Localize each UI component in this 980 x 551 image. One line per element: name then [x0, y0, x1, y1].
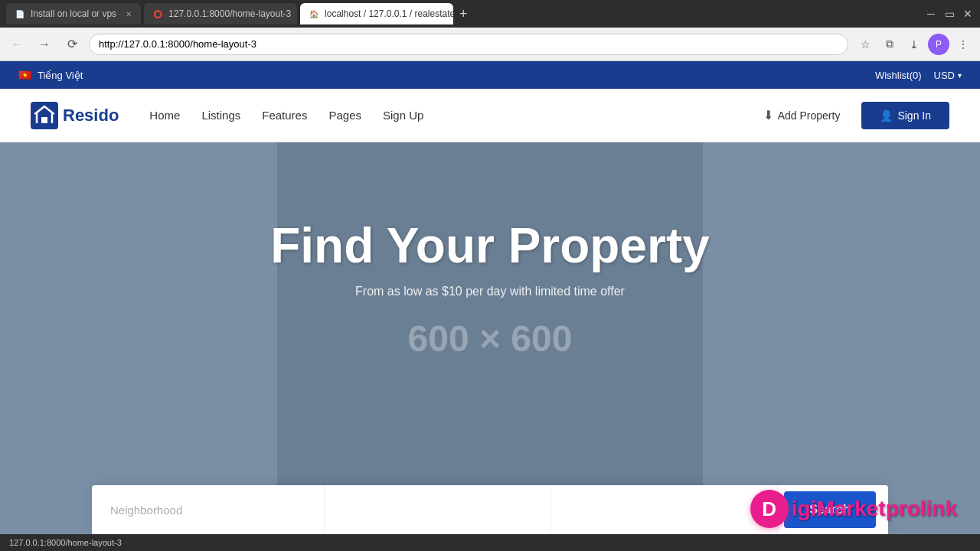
nav-actions: ⬇ Add Property 👤 Sign In — [751, 102, 949, 129]
search-input-3[interactable] — [564, 504, 765, 517]
hero-content: Find Your Property From as low as $10 pe… — [0, 142, 980, 329]
tab-1-favicon: 📄 — [15, 10, 24, 18]
navbar: Resido Home Listings Features Pages Sign… — [0, 89, 980, 142]
title-bar: 📄 Install on local or vps ✕ ⭕ 127.0.0.1:… — [0, 0, 980, 28]
sign-in-label: Sign In — [897, 109, 931, 122]
logo-text: Resido — [63, 106, 119, 126]
page-content: 🇻🇳 Tiếng Việt Wishlist(0) USD ▾ — [0, 61, 980, 534]
bookmark-icon[interactable]: ☆ — [854, 34, 876, 55]
forward-button[interactable]: → — [34, 34, 55, 55]
nav-pages[interactable]: Pages — [328, 109, 361, 122]
tab-3[interactable]: 🏠 localhost / 127.0.0.1 / realestate ✕ — [300, 3, 453, 24]
nav-features[interactable]: Features — [262, 109, 307, 122]
address-bar: ← → ⟳ ☆ ⧉ ⤓ P ⋮ — [0, 28, 980, 61]
currency-chevron-icon: ▾ — [958, 71, 962, 80]
language-right: Wishlist(0) USD ▾ — [875, 70, 962, 81]
menu-icon[interactable]: ⋮ — [952, 34, 974, 55]
reload-button[interactable]: ⟳ — [61, 34, 83, 55]
add-property-label: Add Property — [778, 109, 841, 122]
profile-icon[interactable]: P — [928, 34, 949, 55]
tab-2[interactable]: ⭕ 127.0.0.1:8000/home-layout-3 ✕ — [144, 3, 297, 24]
add-property-button[interactable]: ⬇ Add Property — [751, 102, 853, 129]
add-property-icon: ⬇ — [763, 108, 773, 122]
wishlist-link[interactable]: Wishlist(0) — [875, 70, 922, 81]
language-left: 🇻🇳 Tiếng Việt — [18, 69, 83, 81]
new-tab-button[interactable]: + — [456, 6, 471, 22]
minimize-button[interactable]: ─ — [925, 8, 937, 20]
status-bar: 127.0.0.1:8000/home-layout-3 — [0, 534, 980, 551]
watermark: D igiMarketprolink — [750, 490, 957, 528]
nav-home[interactable]: Home — [149, 109, 180, 122]
tab-2-favicon: ⭕ — [153, 10, 162, 18]
search-field-3 — [551, 485, 778, 534]
hero-title: Find Your Property — [0, 219, 980, 272]
back-button[interactable]: ← — [6, 34, 28, 55]
browser-frame: 📄 Install on local or vps ✕ ⭕ 127.0.0.1:… — [0, 0, 980, 551]
tab-1-close[interactable]: ✕ — [126, 10, 132, 18]
currency-label: USD — [934, 70, 955, 81]
tab-1-title: Install on local or vps — [31, 8, 116, 19]
status-text: 127.0.0.1:8000/home-layout-3 — [9, 538, 122, 547]
search-input-2[interactable] — [337, 504, 538, 517]
extensions-icon[interactable]: ⧉ — [879, 34, 900, 55]
svg-rect-1 — [41, 117, 47, 123]
tab-3-favicon: 🏠 — [309, 10, 318, 18]
tab-3-title: localhost / 127.0.0.1 / realestate — [325, 8, 453, 19]
maximize-button[interactable]: ▭ — [943, 8, 956, 20]
sign-in-button[interactable]: 👤 Sign In — [861, 102, 949, 129]
close-button[interactable]: ✕ — [962, 8, 974, 20]
window-controls: ─ ▭ ✕ — [925, 8, 974, 20]
currency-selector[interactable]: USD ▾ — [934, 70, 962, 81]
nav-listings[interactable]: Listings — [201, 109, 240, 122]
save-icon[interactable]: ⤓ — [903, 34, 925, 55]
logo-icon — [31, 102, 58, 129]
tab-2-title: 127.0.0.1:8000/home-layout-3 — [168, 8, 291, 19]
tab-1[interactable]: 📄 Install on local or vps ✕ — [6, 3, 141, 24]
flag-icon: 🇻🇳 — [18, 69, 31, 81]
hero-subtitle: From as low as $10 per day with limited … — [0, 285, 980, 298]
language-bar: 🇻🇳 Tiếng Việt Wishlist(0) USD ▾ — [0, 61, 980, 89]
hero-section: 600 × 600 Find Your Property From as low… — [0, 142, 980, 534]
neighborhood-field — [98, 485, 325, 534]
address-input[interactable] — [89, 34, 848, 55]
language-label: Tiếng Việt — [38, 70, 83, 81]
toolbar-icons: ☆ ⧉ ⤓ P ⋮ — [854, 34, 974, 55]
watermark-logo: D — [750, 490, 789, 528]
search-field-2 — [325, 485, 551, 534]
user-icon: 👤 — [880, 109, 893, 122]
nav-signup[interactable]: Sign Up — [383, 109, 423, 122]
watermark-text: igiMarketprolink — [792, 497, 957, 521]
nav-links: Home Listings Features Pages Sign Up — [149, 109, 750, 122]
neighborhood-input[interactable] — [110, 504, 312, 517]
logo[interactable]: Resido — [31, 102, 119, 129]
